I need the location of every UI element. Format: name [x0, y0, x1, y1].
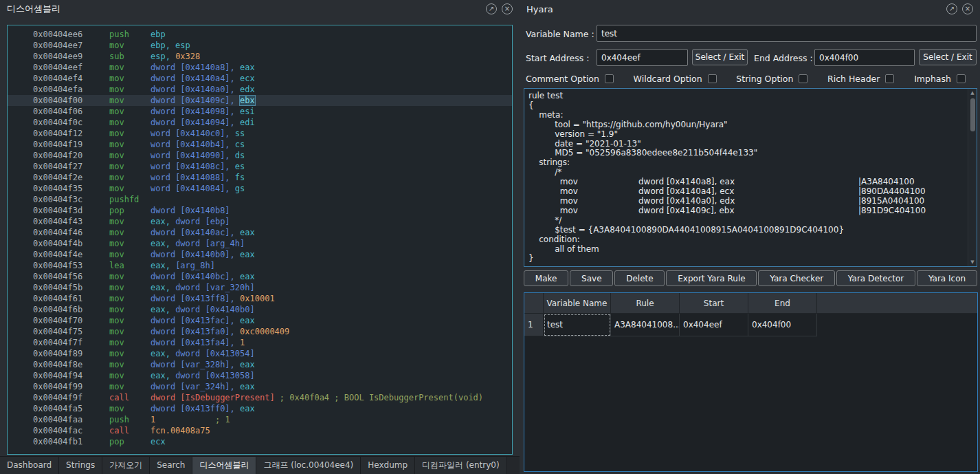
disasm-line[interactable]: 0x00404f6bmoveax, dword [0x4140b0]: [8, 304, 512, 315]
disasm-line[interactable]: 0x00404f7fmovdword [0x413fa4], 1: [8, 337, 512, 348]
instruction-operands: eax, dword [0x4140b0]: [151, 305, 255, 314]
instruction-operands: dword [0x41409c], ebx: [151, 96, 255, 105]
disasm-line[interactable]: 0x00404f8emovdword [var_328h], eax: [8, 359, 512, 370]
disasm-line[interactable]: 0x00404f27movword [0x41408c], es: [8, 161, 512, 172]
disasm-line[interactable]: 0x00404f43moveax, dword [ebp]: [8, 216, 512, 227]
disasm-line[interactable]: 0x00404ef4movdword [0x4140a4], ecx: [8, 73, 512, 84]
disasm-line[interactable]: 0x00404f20movword [0x414090], ds: [8, 150, 512, 161]
variable-name-input[interactable]: [597, 25, 977, 42]
operand-reg: fs: [235, 173, 245, 182]
save-button[interactable]: Save: [570, 270, 613, 286]
yara-detector-button[interactable]: Yara Detector: [836, 270, 915, 286]
imphash-checkbox[interactable]: [957, 74, 966, 83]
tab-graph[interactable]: 그래프 (loc.00404ee4): [256, 457, 361, 474]
disassembly-panel: 디스어셈블리 ↗ × 0x00404ee6pushebp0x00404ee7mo…: [0, 0, 520, 456]
disasm-line[interactable]: 0x00404f35movword [0x414084], gs: [8, 183, 512, 194]
yara-icon-button[interactable]: Yara Icon: [917, 270, 977, 286]
instruction-operands: eax, [arg_8h]: [151, 261, 215, 270]
disasm-line[interactable]: 0x00404f99movdword [var_324h], eax: [8, 381, 512, 392]
operand-reg: gs: [235, 184, 245, 193]
disasm-line[interactable]: 0x00404f94moveax, dword [0x413058]: [8, 370, 512, 381]
table-row[interactable]: 1testA3A84041008...0x404eef0x404f00: [524, 314, 977, 336]
disasm-line[interactable]: 0x00404f12movword [0x4140c0], ss: [8, 128, 512, 139]
disasm-line[interactable]: 0x00404ee7movebp, esp: [8, 40, 512, 51]
disasm-line[interactable]: 0x00404f4emovdword [0x4140b0], eax: [8, 249, 512, 260]
scrollbar-handle[interactable]: [970, 98, 975, 131]
end-address-input[interactable]: [814, 49, 915, 66]
disassembly-listing[interactable]: 0x00404ee6pushebp0x00404ee7movebp, esp0x…: [7, 25, 513, 455]
disasm-line[interactable]: 0x00404f9fcalldword [IsDebuggerPresent] …: [8, 392, 512, 403]
disasm-line[interactable]: 0x00404f00movdword [0x41409c], ebx: [8, 95, 512, 106]
instruction-address: 0x00404f61: [8, 293, 109, 304]
export-yara-rule-button[interactable]: Export Yara Rule: [666, 270, 757, 286]
disasm-line[interactable]: 0x00404eefmovdword [0x4140a8], eax: [8, 62, 512, 73]
tab-hexdump[interactable]: Hexdump: [361, 457, 415, 474]
disasm-line[interactable]: 0x00404ee6pushebp: [8, 29, 512, 40]
operand-mem: dword [0x4140a8],: [151, 63, 240, 72]
tab-disassembly[interactable]: 디스어셈블리: [192, 457, 256, 474]
disasm-line[interactable]: 0x00404faapush1 ; 1: [8, 414, 512, 425]
float-icon[interactable]: ↗: [486, 3, 497, 14]
disasm-line[interactable]: 0x00404f89moveax, dword [0x413054]: [8, 348, 512, 359]
scroll-down-icon[interactable]: ▼: [968, 258, 977, 266]
start-address-input[interactable]: [597, 49, 688, 66]
table-cell[interactable]: test: [544, 314, 611, 336]
disasm-line[interactable]: 0x00404f75movdword [0x413fa0], 0xc000040…: [8, 326, 512, 337]
tab-dashboard[interactable]: Dashboard: [0, 457, 59, 474]
disasm-line[interactable]: 0x00404f61movdword [0x413ff8], 0x10001: [8, 293, 512, 304]
disasm-line[interactable]: 0x00404f3dpopdword [0x4140b8]: [8, 205, 512, 216]
instruction-mnemonic: mov: [109, 117, 151, 128]
disasm-line[interactable]: 0x00404f3cpushfd: [8, 194, 512, 205]
table-cell[interactable]: 0x404f00: [748, 314, 817, 336]
delete-button[interactable]: Delete: [614, 270, 665, 286]
operand-mem: dword [0x4140bc],: [151, 272, 240, 281]
start-address-label: Start Address :: [526, 53, 589, 63]
disasm-line[interactable]: 0x00404f0cmovdword [0x414094], edi: [8, 117, 512, 128]
tab-import[interactable]: 가져오기: [102, 457, 150, 474]
wildcard-option-checkbox[interactable]: [708, 74, 717, 83]
instruction-address: 0x00404f20: [8, 150, 109, 161]
disasm-line[interactable]: 0x00404faccallfcn.00408a75: [8, 425, 512, 436]
yara-scrollbar[interactable]: ▲ ▼: [968, 89, 977, 266]
table-cell[interactable]: A3A84041008...: [611, 314, 680, 336]
rich-header-checkbox[interactable]: [885, 74, 894, 83]
disasm-line[interactable]: 0x00404fa5movdword [0x413ff0], eax: [8, 403, 512, 414]
string-option-label: String Option: [736, 74, 793, 84]
disasm-line[interactable]: 0x00404f46movdword [0x4140ac], eax: [8, 227, 512, 238]
tab-strings[interactable]: Strings: [59, 457, 102, 474]
table-cell[interactable]: 0x404eef: [680, 314, 748, 336]
disasm-line[interactable]: 0x00404f53leaeax, [arg_8h]: [8, 260, 512, 271]
rules-table-header: Variable NameRuleStartEnd: [524, 293, 977, 314]
instruction-operands: dword [0x4140b8]: [151, 206, 230, 215]
instruction-mnemonic: mov: [109, 326, 151, 337]
yara-rule-editor[interactable]: rule test { meta: tool = "https://github…: [524, 88, 977, 267]
disasm-line[interactable]: 0x00404ee9subesp, 0x328: [8, 51, 512, 62]
string-option-checkbox[interactable]: [799, 74, 808, 83]
scroll-up-icon[interactable]: ▲: [968, 89, 977, 97]
operand-reg: esp,: [151, 52, 175, 61]
close-icon[interactable]: ×: [502, 3, 513, 14]
instruction-mnemonic: mov: [109, 381, 151, 392]
disasm-line[interactable]: 0x00404fb1popecx: [8, 436, 512, 447]
make-button[interactable]: Make: [524, 270, 568, 286]
disasm-line[interactable]: 0x00404f70movdword [0x413fac], eax: [8, 315, 512, 326]
disasm-line[interactable]: 0x00404f56movdword [0x4140bc], eax: [8, 271, 512, 282]
tab-search[interactable]: Search: [150, 457, 192, 474]
comment-option-checkbox[interactable]: [605, 74, 614, 83]
disasm-line[interactable]: 0x00404f5bmoveax, dword [var_320h]: [8, 282, 512, 293]
start-select-exit-button[interactable]: Select / Exit: [692, 49, 748, 65]
end-select-exit-button[interactable]: Select / Exit: [919, 49, 977, 65]
instruction-address: 0x00404f12: [8, 128, 109, 139]
operand-reg: ecx: [240, 74, 255, 83]
tab-decompiler[interactable]: 디컴파일러 (entry0): [415, 457, 507, 474]
disasm-line[interactable]: 0x00404f06movdword [0x414098], esi: [8, 106, 512, 117]
disasm-line[interactable]: 0x00404f4bmoveax, dword [arg_4h]: [8, 238, 512, 249]
disasm-line[interactable]: 0x00404f19movword [0x4140b4], cs: [8, 139, 512, 150]
operand-reg: eax: [240, 404, 255, 413]
float-icon[interactable]: ↗: [946, 3, 957, 14]
operand-mem: dword [0x41409c],: [151, 96, 240, 105]
disasm-line[interactable]: 0x00404f2emovword [0x414088], fs: [8, 172, 512, 183]
yara-checker-button[interactable]: Yara Checker: [758, 270, 835, 286]
close-icon[interactable]: ×: [962, 3, 973, 14]
disasm-line[interactable]: 0x00404efamovdword [0x4140a0], edx: [8, 84, 512, 95]
